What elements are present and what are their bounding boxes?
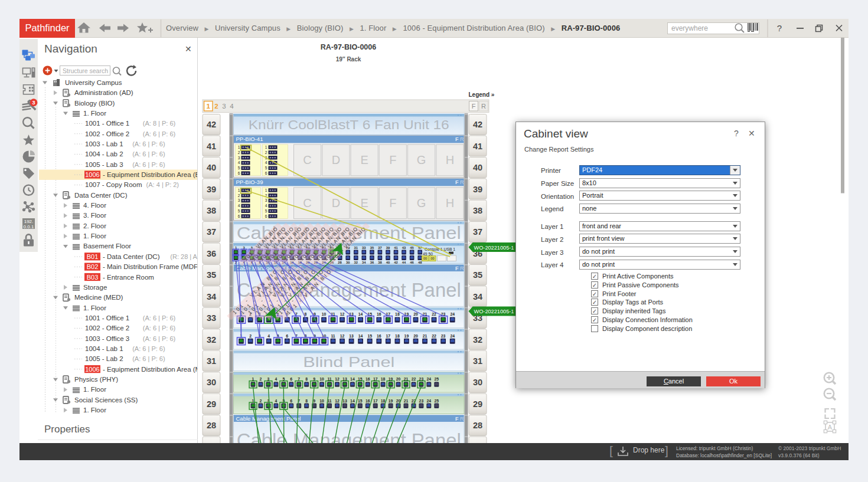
svg-text:(A: 6 | P: 6): (A: 6 | P: 6) [143,335,175,342]
svg-text:3: 3 [238,156,240,160]
svg-text:31: 31 [207,356,216,366]
svg-text:23: 23 [441,334,446,338]
svg-text:40: 40 [473,163,482,172]
svg-text:13: 13 [349,334,354,338]
svg-text:35: 35 [473,270,482,280]
svg-text:WO-20221005-1: WO-20221005-1 [474,309,514,314]
svg-text:1. Floor: 1. Floor [83,232,106,240]
svg-text:22: 22 [432,312,436,316]
svg-text:1006: 1006 [85,366,99,373]
svg-text:24: 24 [427,399,432,403]
svg-text:Blind Panel: Blind Panel [303,354,394,370]
svg-text:24: 24 [427,377,432,381]
svg-text:32: 32 [473,335,482,345]
svg-text:42: 42 [394,261,397,264]
svg-text:37: 37 [473,227,482,237]
svg-text:6: 6 [238,171,240,175]
svg-text:1004 - Lab 1: 1004 - Lab 1 [85,345,123,352]
svg-text:18: 18 [395,312,400,316]
svg-text:- Main Distribution Frame (MDF: - Main Distribution Frame (MDF) [103,263,200,270]
svg-text:PP-BIO-41: PP-BIO-41 [236,136,263,142]
svg-text:12: 12 [340,312,345,316]
svg-text:34: 34 [207,292,216,301]
svg-text:1. Floor: 1. Floor [83,406,106,414]
svg-text:4: 4 [238,204,240,208]
svg-text:49 50: 49 50 [423,252,433,256]
svg-text:3: 3 [265,198,267,202]
svg-text:41: 41 [394,246,398,250]
svg-text:18: 18 [395,334,400,338]
svg-text:WO-20221005-1: WO-20221005-1 [474,245,514,251]
svg-text:Cable Management Panel: Cable Management Panel [236,415,301,422]
svg-text:B02: B02 [87,263,99,270]
svg-text:2: 2 [214,103,218,110]
svg-text:R: R [481,103,486,110]
svg-text:16: 16 [377,334,381,338]
svg-text:University Campus: University Campus [65,79,122,86]
svg-text:E: E [360,153,368,166]
svg-text:35: 35 [370,246,374,250]
svg-text:1: 1 [206,103,210,110]
svg-text:20: 20 [413,334,418,338]
svg-text:38: 38 [378,261,382,264]
svg-text:23: 23 [419,399,424,403]
svg-text:D: D [332,196,340,209]
svg-text:40: 40 [207,163,216,172]
svg-text:1: 1 [265,145,267,149]
svg-text:PP-BIO-39: PP-BIO-39 [236,179,263,185]
svg-text:C: C [303,196,311,209]
svg-text:6: 6 [290,399,292,403]
svg-text:43: 43 [402,246,406,250]
svg-text:(A: 4 | P: 2): (A: 4 | P: 2) [146,181,179,188]
svg-text:6: 6 [265,171,267,175]
svg-text:41: 41 [473,142,482,151]
svg-text:21: 21 [404,399,409,403]
svg-text:2: 2 [260,399,262,403]
svg-text:4: 4 [267,334,270,338]
svg-text:40: 40 [386,261,390,264]
svg-text:F: F [455,136,459,142]
svg-text:10: 10 [319,399,324,403]
svg-text:3: 3 [32,99,35,106]
svg-text:Knürr CoolBlastT 6 Fan Unit 16: Knürr CoolBlastT 6 Fan Unit 16 [249,117,449,132]
svg-text:39: 39 [386,246,390,250]
svg-text:1005 - Lab 2: 1005 - Lab 2 [85,355,123,362]
svg-text:1005 - Lab 3: 1005 - Lab 3 [85,161,123,168]
svg-text:3: 3 [222,103,226,110]
svg-text:H: H [446,196,454,209]
svg-text:17: 17 [386,334,391,338]
svg-text:5: 5 [265,209,267,213]
svg-text:44: 44 [402,261,406,264]
svg-text:28: 28 [338,261,342,264]
svg-text:19″ Rack: 19″ Rack [336,56,361,63]
svg-text:- Entrance Room: - Entrance Room [103,274,154,281]
svg-text:4: 4 [265,204,267,208]
svg-text:20: 20 [396,377,401,381]
svg-text:Data Center (DC): Data Center (DC) [74,192,128,199]
svg-text:F: F [472,103,476,110]
svg-text:18: 18 [381,399,386,403]
svg-text:1002 - Office 2: 1002 - Office 2 [85,324,129,332]
svg-text:11: 11 [331,334,335,338]
svg-text:1: 1 [238,145,240,149]
svg-text:F: F [389,196,396,209]
svg-text:19: 19 [404,334,409,338]
svg-text:(A: 6 | P: 6): (A: 6 | P: 6) [132,140,165,147]
svg-text:16: 16 [366,399,370,403]
svg-text:6: 6 [286,334,288,338]
svg-text:1: 1 [265,188,267,192]
svg-text:1004 - Lab 2: 1004 - Lab 2 [85,150,123,158]
svg-text:28: 28 [473,421,482,430]
svg-text:A: A [828,424,833,431]
svg-text:12: 12 [335,377,340,381]
svg-text:27: 27 [207,442,216,443]
svg-text:4: 4 [238,160,240,165]
svg-text:1. Floor: 1. Floor [83,386,106,393]
svg-text:42: 42 [473,120,482,129]
svg-text:4. Floor: 4. Floor [83,202,106,209]
svg-text:38: 38 [473,206,482,215]
svg-text:5: 5 [238,209,240,213]
svg-text:31: 31 [473,356,482,366]
svg-text:25: 25 [435,399,439,403]
svg-text:R: R [460,136,464,142]
